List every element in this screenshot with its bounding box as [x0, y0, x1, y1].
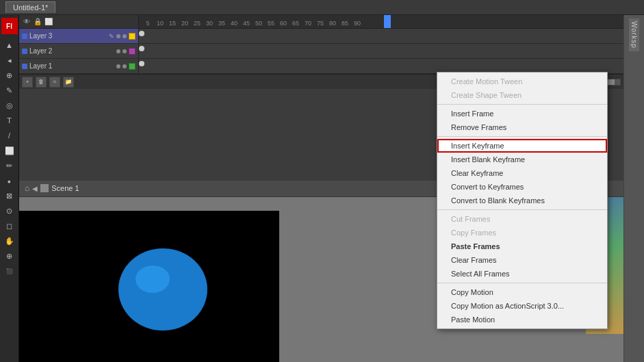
layer-2-name: Layer 2 — [29, 47, 114, 55]
ruler-mark: 50 — [253, 20, 265, 27]
layer-2-lock-dot[interactable] — [123, 49, 127, 53]
blue-circle-shape — [115, 245, 211, 334]
menu-item-copy-frames[interactable]: Copy Frames — [437, 226, 607, 240]
layer-3-name: Layer 3 — [29, 32, 107, 40]
layers-column-header: 👁 🔒 ⬜ — [19, 15, 139, 28]
layer-1-name: Layer 1 — [29, 62, 114, 70]
layer-3-lock-dot[interactable] — [123, 34, 127, 38]
layer-1-visibility-dot[interactable] — [116, 64, 120, 68]
pen-tool[interactable]: ◎ — [2, 99, 17, 112]
lasso-tool[interactable]: ✎ — [2, 83, 17, 97]
playhead-marker — [384, 15, 391, 28]
rect-tool[interactable]: ⬜ — [2, 144, 17, 157]
add-motion-guide-btn[interactable]: ≈ — [49, 77, 60, 88]
ruler-mark: 70 — [302, 20, 314, 27]
menu-separator-3 — [437, 209, 607, 210]
keyframe-dot — [139, 46, 144, 51]
keyframe-dot — [139, 61, 144, 66]
layer-2-info: Layer 2 — [19, 44, 139, 58]
layer-1-frames[interactable] — [139, 59, 623, 73]
ruler-mark: 5 — [142, 20, 154, 27]
scene-name: Scene 1 — [51, 184, 79, 192]
layer-2-color-swatch — [129, 48, 136, 55]
ruler-mark: 55 — [265, 20, 277, 27]
layer-1-color-swatch — [129, 63, 136, 70]
menu-item-insert-frame[interactable]: Insert Frame — [437, 107, 607, 120]
menu-item-insert-keyframe[interactable]: Insert Keyframe — [437, 139, 607, 153]
circle-svg — [115, 245, 211, 334]
menu-item-create-shape-tween[interactable]: Create Shape Tween — [437, 88, 607, 102]
menu-item-copy-motion[interactable]: Copy Motion — [437, 285, 607, 299]
timeline-header: 👁 🔒 ⬜ 5 10 15 20 25 30 3 — [19, 15, 623, 29]
tab-bar: Untitled-1* — [0, 0, 644, 15]
scene-icon — [40, 184, 49, 192]
menu-item-insert-blank-keyframe[interactable]: Insert Blank Keyframe — [437, 153, 607, 166]
layer-3-visibility-dot[interactable] — [116, 34, 120, 38]
ruler-mark: 30 — [203, 20, 216, 27]
eye-icon: 👁 — [22, 17, 31, 27]
zoom-tool[interactable]: ⊕ — [2, 249, 17, 263]
select-tool[interactable]: ▲ — [2, 38, 17, 52]
menu-separator-1 — [437, 104, 607, 105]
workspace-tab[interactable]: Worksp — [628, 18, 640, 52]
ink-bucket-tool[interactable]: ⊠ — [2, 189, 17, 203]
scene-back-icon[interactable]: ◀ — [32, 185, 38, 192]
keyframe-dot — [139, 31, 144, 36]
menu-item-clear-keyframe[interactable]: Clear Keyframe — [437, 166, 607, 180]
timeline-ruler: 5 10 15 20 25 30 35 40 45 50 55 60 — [139, 15, 623, 28]
menu-item-copy-motion-as-actionscript[interactable]: Copy Motion as ActionScript 3.0... — [437, 299, 607, 313]
ruler-mark: 85 — [339, 20, 351, 27]
eyedropper-tool[interactable]: ⊙ — [2, 204, 17, 218]
document-title: Untitled-1* — [13, 3, 48, 12]
ruler-mark: 35 — [216, 20, 228, 27]
free-transform-tool[interactable]: ⊕ — [2, 68, 17, 82]
ruler-mark: 15 — [166, 20, 179, 27]
add-layer-btn[interactable]: + — [22, 77, 33, 88]
menu-item-paste-motion[interactable]: Paste Motion — [437, 313, 607, 326]
layer-2-visibility-dot[interactable] — [116, 49, 120, 53]
brush-tool[interactable]: ⬥ — [2, 174, 17, 188]
pencil-tool[interactable]: ✏ — [2, 159, 17, 172]
menu-item-remove-frames[interactable]: Remove Frames — [437, 120, 607, 134]
layer-1-lock-dot[interactable] — [123, 64, 127, 68]
context-menu: Create Motion Tween Create Shape Tween I… — [437, 72, 608, 329]
menu-item-paste-frames[interactable]: Paste Frames — [437, 240, 607, 253]
ruler-mark: 40 — [228, 20, 240, 27]
ruler-mark: 75 — [314, 20, 326, 27]
ruler-mark: 90 — [351, 20, 363, 27]
stage-canvas — [19, 211, 279, 363]
delete-layer-btn[interactable]: 🗑 — [36, 77, 47, 88]
ruler-mark: 20 — [179, 20, 191, 27]
menu-item-convert-to-keyframes[interactable]: Convert to Keyframes — [437, 180, 607, 194]
layer-3-info: Layer 3 ✎ — [19, 29, 139, 43]
layer-3-frames[interactable] — [139, 29, 623, 43]
layer-row-2[interactable]: Layer 2 — [19, 44, 623, 59]
layer-3-color-swatch — [129, 33, 136, 40]
fl-logo: Fl — [1, 18, 18, 34]
layer-3-icon — [22, 34, 27, 39]
menu-item-select-all-frames[interactable]: Select All Frames — [437, 267, 607, 281]
left-toolbar: Fl ▲ ◂ ⊕ ✎ ◎ T / ⬜ ✏ ⬥ ⊠ ⊙ ◻ ✋ ⊕ ⬛ — [0, 15, 19, 362]
hand-tool[interactable]: ✋ — [2, 234, 17, 248]
menu-item-create-motion-tween[interactable]: Create Motion Tween — [437, 75, 607, 88]
lock-icon: 🔒 — [33, 17, 42, 27]
ruler-mark: 25 — [191, 20, 203, 27]
subselect-tool[interactable]: ◂ — [2, 53, 17, 67]
menu-item-cut-frames[interactable]: Cut Frames — [437, 212, 607, 226]
text-tool[interactable]: T — [2, 114, 17, 127]
scene-home-icon[interactable]: ⌂ — [25, 183, 29, 193]
stroke-color[interactable]: ⬛ — [2, 264, 17, 278]
ruler-mark: 65 — [289, 20, 302, 27]
eraser-tool[interactable]: ◻ — [2, 219, 17, 233]
line-tool[interactable]: / — [2, 129, 17, 142]
menu-item-clear-frames[interactable]: Clear Frames — [437, 253, 607, 267]
document-tab[interactable]: Untitled-1* — [5, 1, 55, 13]
svg-point-1 — [136, 266, 170, 293]
menu-item-convert-to-blank-keyframes[interactable]: Convert to Blank Keyframes — [437, 194, 607, 207]
layer-2-frames[interactable] — [139, 44, 623, 58]
outline-icon: ⬜ — [44, 17, 53, 27]
ruler-marks: 5 10 15 20 25 30 35 40 45 50 55 60 — [139, 15, 623, 28]
layer-row-3[interactable]: Layer 3 ✎ — [19, 29, 623, 44]
menu-separator-2 — [437, 136, 607, 137]
add-folder-btn[interactable]: 📁 — [63, 77, 74, 88]
